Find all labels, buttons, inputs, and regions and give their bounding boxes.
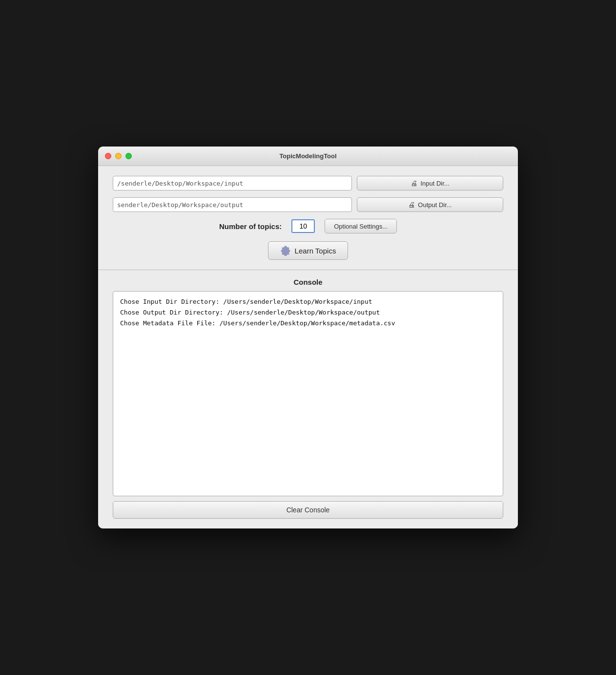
divider xyxy=(98,270,518,270)
maximize-button[interactable] xyxy=(125,153,132,159)
input-path-field: /senderle/Desktop/Workspace/input xyxy=(113,176,352,190)
console-heading: Console xyxy=(113,278,503,286)
learn-topics-button[interactable]: Learn Topics xyxy=(268,241,349,260)
output-dir-button[interactable]: 🖨 Output Dir... xyxy=(357,197,503,212)
topics-input[interactable] xyxy=(291,219,315,233)
console-line-1: Chose Input Dir Directory: /Users/sender… xyxy=(120,296,496,307)
topics-row: Number of topics: Optional Settings... xyxy=(113,219,503,233)
app-window: TopicModelingTool /senderle/Desktop/Work… xyxy=(98,147,518,528)
window-title: TopicModelingTool xyxy=(279,152,336,160)
learn-topics-label: Learn Topics xyxy=(295,247,336,255)
input-dir-row: /senderle/Desktop/Workspace/input 🖨 Inpu… xyxy=(113,176,503,190)
clear-console-button[interactable]: Clear Console xyxy=(113,501,503,519)
gear-icon xyxy=(280,245,291,256)
console-line-3: Chose Metadata File File: /Users/senderl… xyxy=(120,318,496,329)
window-body: /senderle/Desktop/Workspace/input 🖨 Inpu… xyxy=(98,166,518,528)
output-dir-label: Output Dir... xyxy=(418,201,452,209)
topics-label: Number of topics: xyxy=(219,222,282,231)
close-button[interactable] xyxy=(105,153,111,159)
window-controls xyxy=(105,153,132,159)
input-dir-button[interactable]: 🖨 Input Dir... xyxy=(357,176,503,190)
console-section: Console Chose Input Dir Directory: /User… xyxy=(113,278,503,519)
input-dir-label: Input Dir... xyxy=(420,180,449,187)
folder-icon: 🖨 xyxy=(411,179,417,187)
minimize-button[interactable] xyxy=(115,153,122,159)
output-path-field: senderle/Desktop/Workspace/output xyxy=(113,197,352,212)
console-line-2: Chose Output Dir Directory: /Users/sende… xyxy=(120,307,496,318)
folder-icon-2: 🖨 xyxy=(408,201,415,209)
learn-row: Learn Topics xyxy=(113,241,503,260)
output-dir-row: senderle/Desktop/Workspace/output 🖨 Outp… xyxy=(113,197,503,212)
optional-settings-button[interactable]: Optional Settings... xyxy=(325,219,397,233)
console-area: Chose Input Dir Directory: /Users/sender… xyxy=(113,291,503,496)
titlebar: TopicModelingTool xyxy=(98,147,518,166)
